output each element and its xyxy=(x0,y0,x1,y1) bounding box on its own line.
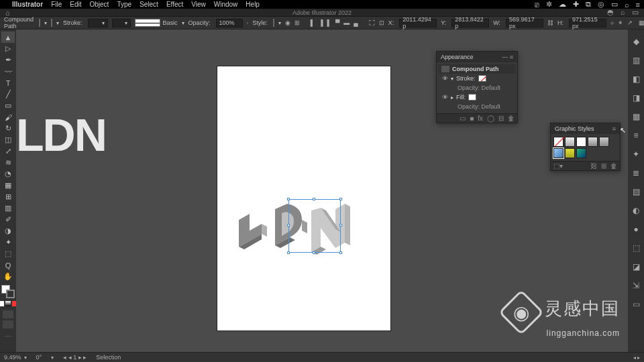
menu-view[interactable]: View xyxy=(191,1,206,8)
graphic-styles-panel[interactable]: Graphic Styles ≡ ⬚▾ ⛓ ⊞ 🗑 xyxy=(550,123,621,171)
graphic-styles-header[interactable]: Graphic Styles ≡ xyxy=(551,123,620,134)
tray-icon[interactable]: ✚ xyxy=(573,0,579,9)
panel-menu-icon[interactable]: — ≡ xyxy=(502,54,513,60)
clear-icon[interactable]: ◯ xyxy=(487,115,494,122)
gradient-tool[interactable]: ▥ xyxy=(1,202,15,214)
align-left-icon[interactable]: ▌ xyxy=(311,18,315,27)
properties-panel-icon[interactable]: ◆ xyxy=(631,36,641,47)
menu-select[interactable]: Select xyxy=(140,1,158,8)
gradient-panel-icon[interactable]: ▤ xyxy=(631,186,641,197)
menu-edit[interactable]: Edit xyxy=(70,1,81,8)
perspective-tool[interactable]: ▦ xyxy=(1,180,15,191)
tray-icon[interactable]: ◎ xyxy=(598,0,604,9)
menu-help[interactable]: Help xyxy=(246,1,260,8)
color-panel-icon[interactable]: ◧ xyxy=(631,74,641,84)
panel-menu-icon[interactable]: ≡ xyxy=(612,125,616,132)
stroke-panel-icon[interactable]: ≣ xyxy=(631,168,641,178)
library-menu-icon[interactable]: ⬚▾ xyxy=(553,162,563,170)
expand-icon[interactable]: ▸ xyxy=(451,95,453,101)
artboard-tool[interactable]: ⬚ xyxy=(1,248,15,259)
eyedropper-tool[interactable]: ✐ xyxy=(1,214,15,225)
brushes-panel-icon[interactable]: ≡ xyxy=(631,130,641,141)
zoom-level[interactable]: 9.49% xyxy=(4,354,21,361)
menu-effect[interactable]: Effect xyxy=(166,1,183,8)
tray-icon[interactable]: ⧉ xyxy=(586,0,591,9)
expand-icon[interactable]: ▾ xyxy=(451,76,453,82)
add-effect-icon[interactable]: fx xyxy=(478,115,483,122)
direct-selection-tool[interactable]: ▷ xyxy=(1,43,15,54)
transparency-panel-icon[interactable]: ◐ xyxy=(631,205,641,216)
app-menu[interactable]: Illustrator xyxy=(12,1,43,8)
pen-tool[interactable]: ✒ xyxy=(1,54,15,66)
appearance-panel-icon[interactable]: ● xyxy=(631,224,641,235)
align-icon[interactable]: ⊞ xyxy=(294,18,300,27)
add-fill-icon[interactable]: ■ xyxy=(470,115,474,122)
canvas-workspace[interactable]: LDN xyxy=(16,29,628,352)
mesh-tool[interactable]: ⊞ xyxy=(1,191,15,202)
type-tool[interactable]: T xyxy=(1,77,15,88)
delete-icon[interactable]: 🗑 xyxy=(508,115,515,122)
add-stroke-icon[interactable]: ▭ xyxy=(460,115,466,122)
rectangle-tool[interactable]: ▭ xyxy=(1,100,15,111)
shape-icon[interactable]: ⟐ xyxy=(610,18,614,27)
scale-tool[interactable]: ⤢ xyxy=(1,145,15,157)
graphic-style-thumb[interactable] xyxy=(588,137,598,147)
graphic-style-thumb[interactable] xyxy=(565,137,575,147)
align-top-icon[interactable]: ▀ xyxy=(335,18,339,27)
paintbrush-tool[interactable]: 🖌 xyxy=(1,111,15,123)
variable-width-profile[interactable]: ▾ xyxy=(112,19,131,27)
tray-icon[interactable]: ⎚ xyxy=(535,1,539,9)
asset-export-panel-icon[interactable]: ⇲ xyxy=(631,280,641,291)
break-link-icon[interactable]: ⛓ xyxy=(590,162,597,170)
artboard[interactable] xyxy=(217,66,390,330)
properties-icon[interactable]: ▦ xyxy=(637,18,644,27)
swatches-panel-icon[interactable]: ▦ xyxy=(631,111,641,122)
edit-icon[interactable]: ↗ xyxy=(627,18,633,27)
libraries-panel-icon[interactable]: ▥ xyxy=(631,55,641,66)
control-center-icon[interactable]: ≡ xyxy=(636,1,640,9)
stroke-weight-field[interactable]: ▾ xyxy=(88,19,108,27)
curvature-tool[interactable]: 〰 xyxy=(1,66,15,77)
graphic-style-thumb[interactable] xyxy=(553,137,564,147)
graphic-styles-panel-icon[interactable]: ⬚ xyxy=(631,243,641,253)
opacity-field[interactable]: 100% xyxy=(216,19,243,27)
recolor-icon[interactable]: ◉ xyxy=(285,18,290,27)
zoom-tool[interactable]: Q xyxy=(1,259,15,271)
brush-definition[interactable] xyxy=(135,19,160,27)
link-wh-icon[interactable]: ⛓ xyxy=(547,18,553,27)
align-right-icon[interactable]: ▌ xyxy=(327,18,331,27)
search-icon[interactable]: ⌕ xyxy=(621,8,625,17)
align-hcenter-icon[interactable]: ▐ xyxy=(319,18,323,27)
graphic-style-thumb[interactable] xyxy=(565,148,575,158)
y-field[interactable]: 2813.8422 p xyxy=(451,19,489,27)
visibility-toggle[interactable]: 👁 xyxy=(441,75,448,82)
appearance-panel[interactable]: Appearance — ≡ Compound Path 👁 ▾ Stroke:… xyxy=(436,51,518,123)
cloud-icon[interactable]: ◓ xyxy=(607,8,614,17)
graphic-style-thumb-selected[interactable] xyxy=(553,148,564,158)
tray-icon[interactable]: ✲ xyxy=(546,0,552,9)
reference-point[interactable]: ⊡ xyxy=(379,18,384,27)
menu-object[interactable]: Object xyxy=(89,1,109,8)
tray-icon[interactable]: ☁ xyxy=(559,0,566,9)
layers-panel-icon[interactable]: ◪ xyxy=(631,261,641,272)
artboard-nav[interactable]: ◂ ◂ 1 ▸ ▸ xyxy=(63,354,87,361)
home-icon[interactable]: ⌂ xyxy=(5,9,10,17)
color-mode-buttons[interactable] xyxy=(0,301,17,306)
visibility-toggle[interactable]: 👁 xyxy=(441,94,448,101)
duplicate-icon[interactable]: ⊟ xyxy=(498,115,504,122)
rotate-view[interactable]: 0° xyxy=(36,354,42,361)
style-swatch[interactable] xyxy=(273,19,274,27)
symbol-sprayer-tool[interactable]: ✦ xyxy=(1,237,15,248)
menu-type[interactable]: Type xyxy=(117,1,131,8)
shape-builder-tool[interactable]: ◔ xyxy=(1,168,15,180)
graphic-style-thumb[interactable] xyxy=(576,148,586,158)
align-vcenter-icon[interactable]: ▬ xyxy=(343,18,350,27)
opacity-row-label[interactable]: Opacity: Default xyxy=(458,103,500,110)
hand-tool[interactable]: ✋ xyxy=(1,271,15,282)
edit-toolbar-button[interactable]: ⋯ xyxy=(5,333,11,340)
opacity-row-label[interactable]: Opacity: Default xyxy=(458,84,500,91)
selection-tool[interactable]: ▲ xyxy=(1,32,15,43)
menu-window[interactable]: Window xyxy=(214,1,238,8)
symbols-panel-icon[interactable]: ✦ xyxy=(631,149,641,160)
artboards-panel-icon[interactable]: ▭ xyxy=(631,299,641,310)
